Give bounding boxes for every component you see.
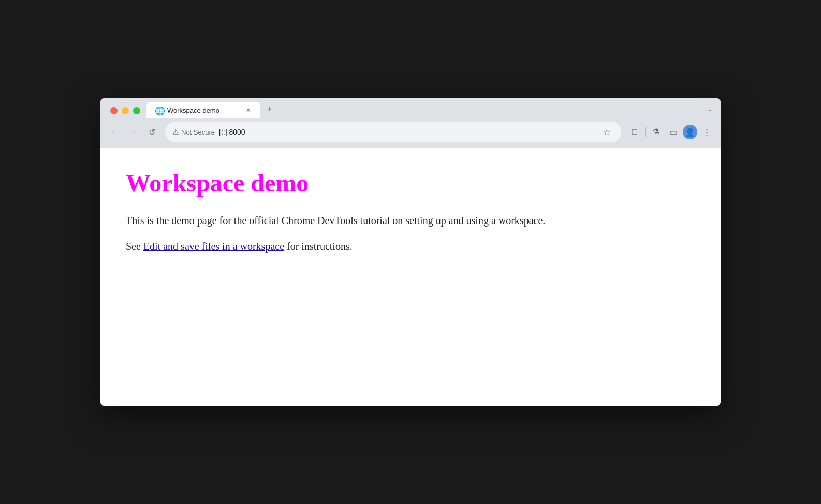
reload-button[interactable]: ↺	[143, 124, 160, 140]
forward-button[interactable]: →	[125, 124, 141, 140]
browser-window: 🌐 Workspace demo ✕ + ⌄ ← → ↺ ⚠ Not Secur…	[100, 98, 721, 406]
tab-favicon-icon: 🌐	[155, 106, 163, 114]
account-button[interactable]: 👤	[683, 125, 697, 139]
lab-button[interactable]: ⚗	[648, 124, 664, 140]
avatar-icon: 👤	[685, 127, 695, 137]
tab-title: Workspace demo	[167, 107, 240, 114]
address-bar[interactable]: ⚠ Not Secure [::]:8000 ☆	[165, 122, 621, 142]
title-bar: 🌐 Workspace demo ✕ + ⌄ ← → ↺ ⚠ Not Secur…	[100, 98, 721, 147]
bookmark-button[interactable]: ☆	[599, 125, 614, 139]
tab-strip-inner: 🌐 Workspace demo ✕ +	[146, 102, 702, 118]
link-suffix: for instructions.	[284, 241, 353, 252]
url-display: [::]:8000	[219, 128, 595, 136]
maximize-button[interactable]	[133, 107, 140, 114]
tab-strip-right: ⌄	[702, 102, 717, 118]
back-button[interactable]: ←	[106, 124, 123, 140]
warning-icon: ⚠	[172, 128, 179, 136]
tab-strip: 🌐 Workspace demo ✕ + ⌄	[100, 98, 721, 118]
nav-bar: ← → ↺ ⚠ Not Secure [::]:8000 ☆ □ ⚗ ▭ 👤 ⋮	[100, 118, 721, 147]
new-tab-button[interactable]: +	[262, 102, 277, 116]
security-indicator: ⚠ Not Secure	[172, 128, 215, 136]
page-description: This is the demo page for the official C…	[126, 213, 695, 228]
page-content: Workspace demo This is the demo page for…	[100, 147, 721, 406]
minimize-button[interactable]	[122, 107, 129, 114]
not-secure-label: Not Secure	[181, 128, 215, 136]
active-tab[interactable]: 🌐 Workspace demo ✕	[146, 102, 260, 118]
menu-button[interactable]: ⋮	[698, 124, 715, 140]
link-prefix: See	[126, 241, 143, 252]
sidebar-button[interactable]: ▭	[665, 124, 682, 140]
page-link-line: See Edit and save files in a workspace f…	[126, 239, 695, 254]
extensions-button[interactable]: □	[626, 124, 643, 140]
workspace-link[interactable]: Edit and save files in a workspace	[143, 241, 284, 252]
tab-menu-button[interactable]: ⌄	[702, 102, 717, 116]
nav-actions: □ ⚗ ▭ 👤 ⋮	[626, 124, 715, 140]
tab-close-button[interactable]: ✕	[244, 106, 252, 114]
window-controls	[104, 107, 146, 114]
page-heading: Workspace demo	[126, 169, 695, 197]
close-button[interactable]	[110, 107, 118, 114]
nav-divider	[645, 127, 646, 137]
